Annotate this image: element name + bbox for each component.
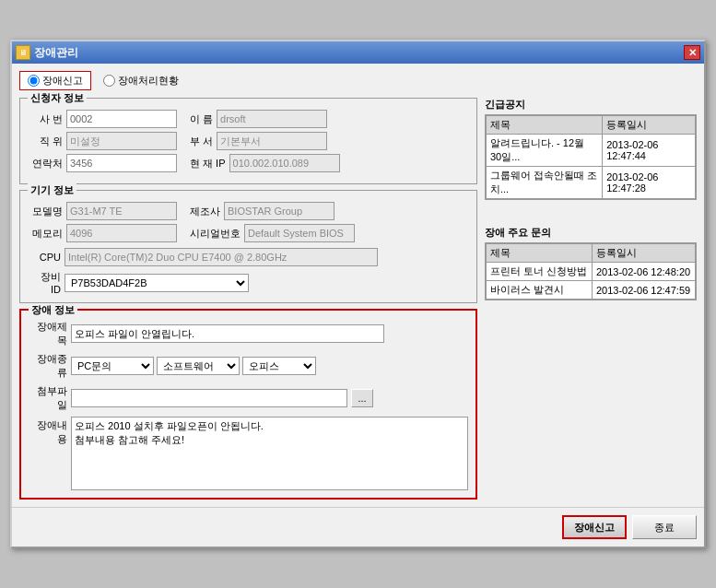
input-ip <box>229 154 340 172</box>
list-item[interactable]: 알려드립니다. - 12월 30일... 2013-02-06 12:47:44 <box>487 135 696 167</box>
input-fault-title[interactable] <box>71 324 384 343</box>
list-item[interactable]: 바이러스 발견시 2013-02-06 12:47:59 <box>487 281 696 300</box>
select-deviceid[interactable]: P7B53DAD4F2B <box>65 274 249 292</box>
browse-button[interactable]: ... <box>351 389 373 407</box>
tab-report[interactable]: 장애신고 <box>19 71 91 90</box>
input-contact[interactable] <box>66 154 177 172</box>
urgent-row-date: 2013-02-06 12:47:28 <box>603 167 696 199</box>
label-serial: 시리얼번호 <box>190 227 241 241</box>
label-sabun: 사 번 <box>28 112 63 126</box>
label-deviceid: 장비 ID <box>28 270 61 295</box>
issue-row-date: 2013-02-06 12:47:59 <box>592 281 695 300</box>
input-manufacturer <box>224 202 335 220</box>
applicant-row-1: 사 번 이 름 <box>28 110 469 128</box>
urgent-notices-table: 제목 등록일시 알려드립니다. - 12월 30일... 2013-02-06 … <box>486 115 696 199</box>
label-memory: 메모리 <box>28 227 63 241</box>
label-fault-title: 장애제목 <box>29 320 67 347</box>
bottom-bar: 장애신고 종료 <box>12 507 704 547</box>
issue-row-date: 2013-02-06 12:48:20 <box>592 263 695 281</box>
urgent-row-title: 그룹웨어 접속안될때 조치... <box>487 167 603 199</box>
key-issues-table: 제목 등록일시 프린터 토너 신청방법 2013-02-06 12:48:20 <box>486 243 696 300</box>
input-memory <box>66 224 177 242</box>
urgent-notices-section: 긴급공지 제목 등록일시 알려드립니다. - 12월 <box>485 98 697 200</box>
label-dept: 부 서 <box>190 135 213 148</box>
label-rank: 직 위 <box>28 135 63 148</box>
device-group-title: 기기 정보 <box>28 183 76 197</box>
tab-status[interactable]: 장애처리현황 <box>95 71 187 90</box>
input-rank <box>66 132 177 150</box>
input-attach-path[interactable] <box>71 389 347 407</box>
input-sabun[interactable] <box>66 110 177 128</box>
fault-content-row: 장애내용 오피스 2010 설치후 파일오픈이 안됩니다. 첨부내용 참고해 주… <box>29 417 468 490</box>
fault-info-group: 장애 정보 장애제목 장애종류 PC문의 <box>19 309 477 500</box>
urgent-col-title: 제목 <box>487 116 603 135</box>
label-contact: 연락처 <box>28 157 63 171</box>
device-info-group: 기기 정보 모델명 제조사 메모리 시리얼번호 <box>19 190 477 303</box>
device-row-deviceid: 장비 ID P7B53DAD4F2B <box>28 270 469 295</box>
window-icon: 🖥 <box>16 45 30 60</box>
input-name <box>217 110 327 128</box>
input-serial <box>244 224 355 242</box>
title-bar: 🖥 장애관리 ✕ <box>12 41 704 64</box>
key-issues-section: 장애 주요 문의 제목 등록일시 프린터 토너 신청 <box>485 226 697 300</box>
applicant-row-2: 직 위 부 서 <box>28 132 469 150</box>
select-fault-subcategory[interactable]: 소프트웨어 <box>157 357 240 375</box>
fault-type-selects: PC문의 소프트웨어 오피스 <box>71 357 316 375</box>
urgent-notices-table-wrapper: 제목 등록일시 알려드립니다. - 12월 30일... 2013-02-06 … <box>485 114 697 200</box>
label-fault-type: 장애종류 <box>29 352 67 380</box>
urgent-section-title: 긴급공지 <box>485 98 697 112</box>
fault-group-title: 장애 정보 <box>29 303 77 317</box>
urgent-row-date: 2013-02-06 12:47:44 <box>603 135 696 167</box>
submit-button[interactable]: 장애신고 <box>562 515 627 539</box>
input-model <box>66 202 177 220</box>
label-ip: 현 재 IP <box>190 157 226 171</box>
list-item[interactable]: 그룹웨어 접속안될때 조치... 2013-02-06 12:47:28 <box>487 167 696 199</box>
fault-type-row: 장애종류 PC문의 소프트웨어 오피스 <box>29 352 468 380</box>
right-panel: 긴급공지 제목 등록일시 알려드립니다. - 12월 <box>485 98 697 500</box>
main-content: 신청자 정보 사 번 이 름 직 위 부 서 <box>19 98 697 500</box>
tab-status-label: 장애처리현황 <box>118 74 179 88</box>
textarea-fault-content[interactable]: 오피스 2010 설치후 파일오픈이 안됩니다. 첨부내용 참고해 주세요! <box>71 417 468 490</box>
key-issues-section-title: 장애 주요 문의 <box>485 226 697 240</box>
device-row-2: 메모리 시리얼번호 <box>28 224 469 242</box>
issue-row-title: 프린터 토너 신청방법 <box>487 263 593 281</box>
input-cpu <box>65 248 378 266</box>
urgent-col-date: 등록일시 <box>603 116 696 135</box>
tab-report-label: 장애신고 <box>42 74 83 88</box>
fault-title-row: 장애제목 <box>29 320 468 347</box>
window-body: 장애신고 장애처리현황 신청자 정보 사 번 이 름 <box>12 64 704 507</box>
close-button[interactable]: 종료 <box>632 515 697 539</box>
select-fault-category[interactable]: PC문의 <box>71 357 154 375</box>
label-model: 모델명 <box>28 205 63 218</box>
label-mfr: 제조사 <box>190 205 220 218</box>
list-item[interactable]: 프린터 토너 신청방법 2013-02-06 12:48:20 <box>487 263 696 281</box>
urgent-row-title: 알려드립니다. - 12월 30일... <box>487 135 603 167</box>
main-window: 🖥 장애관리 ✕ 장애신고 장애처리현황 신청자 정보 <box>10 40 706 548</box>
applicant-group-title: 신청자 정보 <box>28 91 87 105</box>
applicant-info-group: 신청자 정보 사 번 이 름 직 위 부 서 <box>19 98 477 184</box>
issues-col-title: 제목 <box>487 244 593 263</box>
label-fault-content: 장애내용 <box>29 417 67 446</box>
left-panel: 신청자 정보 사 번 이 름 직 위 부 서 <box>19 98 477 500</box>
applicant-row-3: 연락처 현 재 IP <box>28 154 469 172</box>
select-fault-detail[interactable]: 오피스 <box>242 357 316 375</box>
tab-row: 장애신고 장애처리현황 <box>19 71 697 90</box>
input-dept <box>217 132 327 150</box>
fault-attach-row: 첨부파일 ... <box>29 384 468 412</box>
label-cpu: CPU <box>28 252 61 263</box>
device-row-cpu: CPU <box>28 246 469 266</box>
device-row-1: 모델명 제조사 <box>28 202 469 220</box>
label-name: 이 름 <box>190 112 213 126</box>
issue-row-title: 바이러스 발견시 <box>487 281 593 300</box>
window-title: 장애관리 <box>34 45 78 61</box>
close-window-button[interactable]: ✕ <box>684 45 700 60</box>
label-attach: 첨부파일 <box>29 384 67 412</box>
issues-col-date: 등록일시 <box>592 244 695 263</box>
key-issues-table-wrapper: 제목 등록일시 프린터 토너 신청방법 2013-02-06 12:48:20 <box>485 242 697 300</box>
